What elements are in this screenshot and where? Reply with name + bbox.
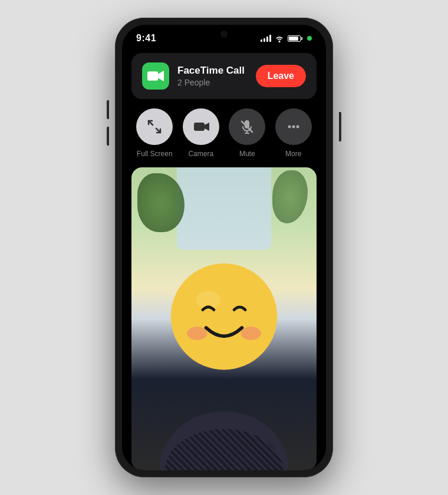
svg-point-12: [296, 126, 299, 128]
more-icon: [285, 118, 302, 135]
svg-marker-5: [205, 123, 209, 131]
call-info: FaceTime Call 2 People: [142, 62, 245, 90]
status-time: 9:41: [136, 33, 156, 44]
signal-icon: [261, 35, 271, 42]
full-screen-label: Full Screen: [137, 150, 173, 158]
expand-icon: [146, 118, 163, 135]
call-title: FaceTime Call: [177, 65, 245, 77]
left-blush: [187, 326, 207, 340]
status-bar: 9:41: [122, 25, 326, 47]
camera-notch: [220, 31, 228, 38]
camera-label: Camera: [188, 150, 213, 158]
camera-button[interactable]: Camera: [183, 108, 219, 158]
svg-point-10: [288, 126, 291, 128]
right-blush: [241, 326, 261, 340]
more-button[interactable]: More: [275, 108, 312, 158]
status-icons: [261, 35, 312, 42]
call-participants: 2 People: [177, 78, 245, 87]
battery-icon: [288, 35, 302, 42]
mute-button[interactable]: Mute: [229, 108, 265, 158]
phone-screen: 9:41: [122, 25, 326, 470]
svg-point-13: [171, 263, 278, 370]
svg-point-11: [292, 126, 295, 128]
volume-up-button[interactable]: [107, 100, 109, 119]
svg-marker-1: [158, 71, 164, 81]
mic-off-icon: [239, 118, 255, 135]
mute-label: Mute: [239, 150, 255, 158]
svg-rect-0: [147, 71, 158, 80]
more-label: More: [285, 150, 301, 158]
window-light: [177, 167, 271, 250]
leave-button[interactable]: Leave: [256, 65, 306, 87]
video-preview: [131, 167, 317, 470]
svg-rect-4: [194, 123, 205, 131]
screen-content: 9:41: [122, 25, 326, 470]
call-card: FaceTime Call 2 People Leave: [131, 53, 317, 99]
emoji-svg: [168, 260, 280, 372]
controls-row: Full Screen Camera: [122, 108, 326, 158]
facetime-video-icon: [147, 68, 164, 84]
full-screen-button[interactable]: Full Screen: [136, 108, 173, 158]
green-dot: [307, 36, 312, 41]
power-button[interactable]: [339, 112, 341, 141]
facetime-app-icon: [142, 62, 169, 90]
wifi-icon: [275, 35, 284, 42]
phone-device: 9:41: [115, 18, 333, 477]
volume-down-button[interactable]: [107, 127, 109, 146]
camera-icon: [193, 118, 209, 135]
emoji-overlay: [168, 260, 280, 372]
